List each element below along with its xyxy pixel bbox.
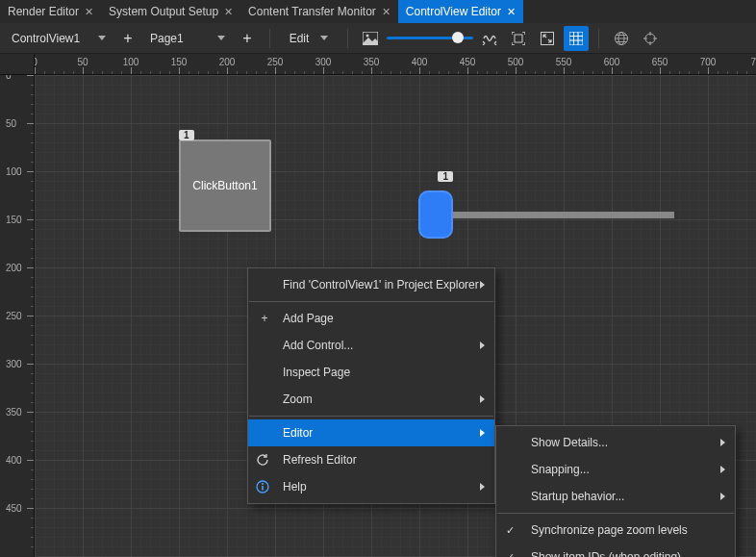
- view-select-label: ControlView1: [12, 32, 80, 45]
- menu-find[interactable]: Find 'ControlView1' in Project Explorer: [248, 271, 494, 298]
- menu-help[interactable]: Help: [248, 473, 494, 500]
- separator: [347, 29, 348, 48]
- grid-toggle[interactable]: [564, 26, 589, 51]
- context-menu: Find 'ControlView1' in Project Explorer …: [247, 267, 495, 504]
- menu-label: Synchronize page zoom levels: [531, 523, 688, 537]
- check-icon: ✓: [506, 524, 515, 537]
- tab-render-editor[interactable]: Render Editor ✕: [0, 0, 101, 23]
- close-icon[interactable]: ✕: [382, 6, 391, 18]
- submenu-arrow-icon: [720, 439, 725, 446]
- image-icon[interactable]: [358, 26, 383, 51]
- separator: [269, 29, 270, 48]
- add-view-button[interactable]: +: [115, 26, 140, 51]
- check-icon: ✓: [506, 551, 515, 558]
- ruler-label: 0: [6, 75, 12, 81]
- svg-rect-2: [515, 35, 522, 42]
- ruler-label: 200: [6, 263, 22, 273]
- ruler-label: 50: [6, 118, 16, 129]
- submenu-arrow-icon: [480, 429, 485, 437]
- ruler-horizontal: 0501001502002503003504004505005506006507…: [35, 54, 756, 75]
- ruler-label: 350: [364, 57, 380, 67]
- ruler-label: 400: [412, 57, 428, 67]
- ruler-label: 75: [750, 57, 756, 67]
- plus-icon: +: [256, 312, 273, 325]
- plus-icon: +: [242, 30, 251, 47]
- page-select[interactable]: Page1: [144, 27, 231, 50]
- menu-zoom[interactable]: Zoom: [248, 386, 494, 413]
- submenu-show-details[interactable]: Show Details...: [496, 429, 735, 456]
- ruler-label: 100: [123, 57, 139, 67]
- slider-thumb[interactable]: 1: [418, 190, 453, 239]
- click-button-label: ClickButton1: [192, 179, 257, 192]
- ruler-label: 700: [700, 57, 717, 67]
- separator: [598, 29, 599, 48]
- svg-rect-8: [262, 486, 264, 491]
- page-select-label: Page1: [150, 32, 184, 45]
- chevron-down-icon: [98, 36, 106, 40]
- submenu-arrow-icon: [480, 281, 485, 289]
- ruler-label: 100: [6, 166, 22, 177]
- submenu-sync-zoom[interactable]: ✓ Synchronize page zoom levels: [496, 517, 735, 544]
- submenu-show-ids[interactable]: ✓ Show item IDs (when editing): [496, 544, 735, 557]
- ruler-label: 450: [6, 503, 22, 514]
- zoom-slider[interactable]: [387, 37, 473, 39]
- close-icon[interactable]: ✕: [85, 6, 93, 18]
- mode-select-label: Edit: [290, 32, 310, 45]
- menu-label: Editor: [283, 426, 313, 440]
- tab-label: Render Editor: [8, 5, 79, 18]
- menu-add-page[interactable]: + Add Page: [248, 305, 494, 332]
- slider-track: [387, 37, 473, 39]
- ruler-label: 400: [6, 455, 22, 466]
- submenu-arrow-icon: [720, 493, 725, 500]
- tab-content-transfer[interactable]: Content Transfer Monitor ✕: [240, 0, 398, 23]
- ruler-label: 250: [6, 311, 22, 321]
- menu-add-control[interactable]: Add Control...: [248, 332, 494, 359]
- slider-thumb[interactable]: [452, 32, 464, 43]
- fit-icon[interactable]: [506, 26, 531, 51]
- submenu-arrow-icon: [480, 395, 485, 403]
- mode-select[interactable]: Edit: [280, 27, 338, 50]
- menu-label: Startup behavior...: [531, 490, 624, 503]
- refresh-icon: [256, 453, 273, 467]
- close-icon[interactable]: ✕: [224, 6, 233, 18]
- menu-label: Add Control...: [283, 339, 353, 352]
- menu-separator: [249, 416, 493, 417]
- menu-label: Snapping...: [531, 463, 590, 476]
- canvas-slider-control[interactable]: 1: [418, 190, 674, 239]
- view-select[interactable]: ControlView1: [6, 27, 112, 50]
- tab-controlview-editor[interactable]: ControlView Editor ✕: [398, 0, 523, 23]
- submenu-startup[interactable]: Startup behavior...: [496, 483, 735, 510]
- menu-label: Find 'ControlView1' in Project Explorer: [283, 278, 479, 291]
- canvas-click-button[interactable]: 1 ClickButton1: [179, 139, 271, 232]
- item-id-badge: 1: [438, 171, 453, 182]
- expand-icon[interactable]: [535, 26, 560, 51]
- ruler-label: 250: [267, 57, 284, 67]
- chevron-down-icon: [320, 36, 328, 40]
- menu-inspect-page[interactable]: Inspect Page: [248, 359, 494, 386]
- target-icon[interactable]: [638, 26, 663, 51]
- ruler-label: 300: [6, 359, 22, 369]
- menu-label: Inspect Page: [283, 366, 350, 379]
- tab-system-output[interactable]: System Output Setup ✕: [101, 0, 240, 23]
- close-icon[interactable]: ✕: [507, 6, 516, 18]
- ruler-label: 150: [6, 215, 22, 225]
- ruler-label: 500: [508, 57, 524, 67]
- menu-label: Help: [283, 480, 307, 494]
- menu-label: Zoom: [283, 392, 313, 406]
- svg-point-1: [366, 34, 369, 37]
- ruler-label: 300: [315, 57, 332, 67]
- submenu-snapping[interactable]: Snapping...: [496, 456, 735, 483]
- ruler-label: 600: [604, 57, 620, 67]
- macro-icon[interactable]: [477, 26, 502, 51]
- ruler-label: 650: [652, 57, 668, 67]
- item-id-badge: 1: [179, 130, 194, 140]
- globe-icon[interactable]: [609, 26, 634, 51]
- ruler-corner: [0, 54, 35, 75]
- tab-label: ControlView Editor: [406, 5, 501, 18]
- ruler-label: 0: [35, 57, 38, 67]
- add-page-button[interactable]: +: [235, 26, 260, 51]
- chevron-down-icon: [217, 36, 225, 40]
- menu-editor[interactable]: Editor: [248, 419, 494, 446]
- toolbar: ControlView1 + Page1 + Edit: [0, 23, 756, 54]
- menu-refresh[interactable]: Refresh Editor: [248, 446, 494, 473]
